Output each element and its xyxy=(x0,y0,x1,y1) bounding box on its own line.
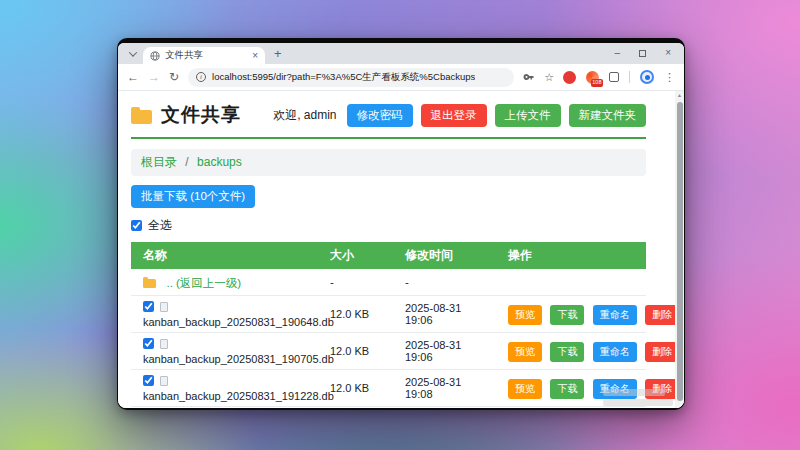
file-time: 2025-08-31 19:06 xyxy=(393,333,496,370)
file-name: kanban_backup_20250831_190705.db xyxy=(143,353,306,365)
chevron-down-icon xyxy=(129,48,137,56)
parent-dir-size: - xyxy=(318,269,393,296)
select-all-label: 全选 xyxy=(148,217,172,234)
minimize-button[interactable]: – xyxy=(615,48,621,58)
breadcrumb: 根目录 / backups xyxy=(131,149,646,176)
bookmark-star-icon[interactable]: ☆ xyxy=(544,72,554,83)
password-key-icon[interactable] xyxy=(523,71,535,83)
table-row: kanban_backup_20250831_193213.db 12.0 KB… xyxy=(131,407,646,409)
change-password-button[interactable]: 修改密码 xyxy=(347,104,413,127)
preview-button[interactable]: 预览 xyxy=(508,342,542,362)
toolbar-divider xyxy=(629,71,630,83)
batch-download-button[interactable]: 批量下载 (10个文件) xyxy=(131,185,255,208)
reload-button[interactable]: ↻ xyxy=(169,71,179,83)
browser-window: 文件共享 × + – × ← → ↻ i localhost:5995/dir?… xyxy=(117,38,685,410)
profile-avatar[interactable] xyxy=(640,70,654,84)
table-header-row: 名称 大小 修改时间 操作 xyxy=(131,242,646,269)
page-title: 文件共享 xyxy=(161,102,241,128)
table-row: kanban_backup_20250831_190648.db 12.0 KB… xyxy=(131,296,646,333)
file-time: 2025-08-31 19:31 xyxy=(393,407,496,409)
breadcrumb-current: backups xyxy=(197,155,242,169)
scrollbar-thumb[interactable] xyxy=(677,102,683,401)
row-checkbox[interactable] xyxy=(143,338,154,349)
folder-icon xyxy=(143,279,156,288)
file-name: kanban_backup_20250831_191228.db xyxy=(143,390,306,402)
upload-file-button[interactable]: 上传文件 xyxy=(495,104,561,127)
new-folder-button[interactable]: 新建文件夹 xyxy=(569,104,647,127)
col-header-size: 大小 xyxy=(318,242,393,269)
window-controls: – × xyxy=(615,48,677,58)
table-row: kanban_backup_20250831_190705.db 12.0 KB… xyxy=(131,333,646,370)
extension-red-icon[interactable] xyxy=(563,71,576,84)
scroll-up-icon[interactable]: ▲ xyxy=(675,92,684,98)
file-name: kanban_backup_20250831_190648.db xyxy=(143,316,306,328)
col-header-name: 名称 xyxy=(131,242,318,269)
address-bar[interactable]: i localhost:5995/dir?path=F%3A%5C生产看板系统%… xyxy=(188,68,514,87)
welcome-text: 欢迎, admin xyxy=(273,107,336,124)
rename-button[interactable]: 重命名 xyxy=(593,305,637,325)
page-header: 文件共享 欢迎, admin 修改密码 退出登录 上传文件 新建文件夹 xyxy=(131,102,646,128)
new-tab-button[interactable]: + xyxy=(274,47,282,60)
file-table: 名称 大小 修改时间 操作 .. (返回上一级) - xyxy=(131,242,646,408)
tab-close-icon[interactable]: × xyxy=(252,51,258,61)
preview-button[interactable]: 预览 xyxy=(508,305,542,325)
header-divider xyxy=(131,137,646,139)
extension-adblock-icon[interactable]: 108 xyxy=(586,71,599,84)
file-icon xyxy=(160,339,168,349)
file-size: 12.0 KB xyxy=(318,407,393,409)
folder-icon xyxy=(131,110,152,124)
url-text: localhost:5995/dir?path=F%3A%5C生产看板系统%5C… xyxy=(212,71,475,84)
breadcrumb-separator: / xyxy=(185,155,188,169)
file-icon xyxy=(160,302,168,312)
table-row: kanban_backup_20250831_191228.db 12.0 KB… xyxy=(131,370,646,407)
tab-title: 文件共享 xyxy=(165,49,247,62)
tab-search-button[interactable] xyxy=(125,46,141,62)
extension-panel-icon[interactable] xyxy=(609,72,619,82)
forward-button[interactable]: → xyxy=(148,71,160,83)
close-window-button[interactable]: × xyxy=(665,48,671,58)
page-content: 文件共享 欢迎, admin 修改密码 退出登录 上传文件 新建文件夹 根目录 … xyxy=(118,91,684,408)
file-icon xyxy=(160,376,168,386)
browser-menu-icon[interactable]: ⋮ xyxy=(664,71,675,84)
site-info-icon[interactable]: i xyxy=(196,72,206,82)
download-button[interactable]: 下载 xyxy=(550,342,584,362)
download-button[interactable]: 下载 xyxy=(550,379,584,399)
file-time: 2025-08-31 19:06 xyxy=(393,296,496,333)
watermark xyxy=(603,389,673,406)
browser-toolbar: ← → ↻ i localhost:5995/dir?path=F%3A%5C生… xyxy=(118,64,684,91)
back-button[interactable]: ← xyxy=(127,71,139,83)
row-checkbox[interactable] xyxy=(143,375,154,386)
select-all-checkbox[interactable] xyxy=(131,220,142,231)
tab-file-sharing[interactable]: 文件共享 × xyxy=(143,47,265,64)
parent-dir-link[interactable]: .. (返回上一级) xyxy=(166,277,241,289)
breadcrumb-root-link[interactable]: 根目录 xyxy=(141,155,177,169)
logout-button[interactable]: 退出登录 xyxy=(421,104,487,127)
download-button[interactable]: 下载 xyxy=(550,305,584,325)
col-header-time: 修改时间 xyxy=(393,242,496,269)
globe-favicon-icon xyxy=(150,51,160,61)
rename-button[interactable]: 重命名 xyxy=(593,342,637,362)
parent-dir-row: .. (返回上一级) - - xyxy=(131,269,646,296)
preview-button[interactable]: 预览 xyxy=(508,379,542,399)
extension-badge: 108 xyxy=(591,79,603,87)
extensions-area: 108 ⋮ xyxy=(563,70,675,84)
scrollbar[interactable]: ▲ xyxy=(675,91,684,408)
file-time: 2025-08-31 19:08 xyxy=(393,370,496,407)
parent-dir-time: - xyxy=(393,269,496,296)
row-checkbox[interactable] xyxy=(143,301,154,312)
tab-strip: 文件共享 × + – × xyxy=(118,43,684,64)
col-header-actions: 操作 xyxy=(496,242,646,269)
maximize-button[interactable] xyxy=(639,50,646,57)
